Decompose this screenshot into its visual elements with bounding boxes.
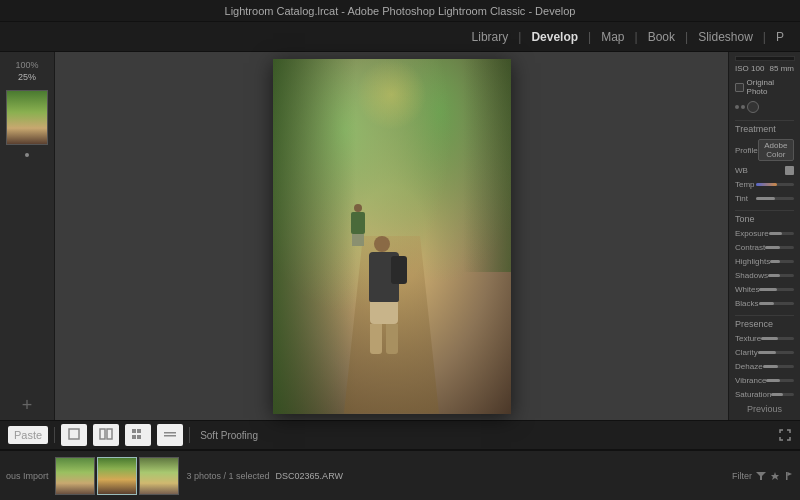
file-label[interactable]: DSC02365.ARW bbox=[276, 471, 343, 481]
exposure-label: Exposure bbox=[735, 229, 769, 238]
zoom-value: 25% bbox=[18, 72, 36, 82]
dehaze-row: Dehaze bbox=[735, 362, 794, 371]
grid-icon bbox=[163, 427, 177, 441]
clarity-row: Clarity bbox=[735, 348, 794, 357]
profile-button[interactable]: Adobe Color bbox=[758, 139, 794, 161]
vibrance-row: Vibrance bbox=[735, 376, 794, 385]
person-torso bbox=[369, 252, 399, 302]
filter-label: Filter bbox=[732, 471, 752, 481]
svg-rect-20 bbox=[107, 429, 112, 439]
svg-rect-21 bbox=[132, 429, 136, 433]
clarity-slider[interactable] bbox=[758, 351, 794, 354]
focal-length: 85 mm bbox=[770, 64, 794, 73]
nav-slideshow[interactable]: Slideshow bbox=[692, 28, 759, 46]
whites-slider[interactable] bbox=[759, 288, 794, 291]
svg-rect-26 bbox=[164, 435, 176, 437]
loupe-view-btn[interactable] bbox=[61, 424, 87, 446]
add-panel-btn[interactable]: + bbox=[22, 395, 33, 416]
whites-row: Whites bbox=[735, 285, 794, 294]
foliage-overlay-left bbox=[273, 59, 356, 414]
light-overlay bbox=[356, 59, 427, 130]
treatment-title: Treatment bbox=[735, 120, 794, 134]
nav-library[interactable]: Library bbox=[466, 28, 515, 46]
survey-view-btn[interactable] bbox=[125, 424, 151, 446]
tone-title: Tone bbox=[735, 210, 794, 224]
texture-slider[interactable] bbox=[761, 337, 794, 340]
filter-icon[interactable] bbox=[756, 471, 766, 481]
exposure-slider[interactable] bbox=[769, 232, 794, 235]
mini-circle-btn[interactable] bbox=[747, 101, 759, 113]
right-panel: ISO 100 85 mm Original Photo Treatment P… bbox=[728, 52, 800, 420]
film-thumb-3[interactable] bbox=[139, 457, 179, 495]
blacks-label: Blacks bbox=[735, 299, 759, 308]
svg-rect-22 bbox=[137, 429, 141, 433]
profile-label: Profile bbox=[735, 146, 758, 155]
left-thumbnail[interactable] bbox=[6, 90, 48, 145]
wb-icon[interactable] bbox=[785, 166, 794, 175]
wb-label: WB bbox=[735, 166, 748, 175]
filter-area: Filter bbox=[732, 471, 794, 481]
title-bar: Lightroom Catalog.lrcat - Adobe Photosho… bbox=[0, 0, 800, 22]
blacks-slider[interactable] bbox=[759, 302, 794, 305]
toolbar-separator-1 bbox=[54, 427, 55, 443]
vibrance-slider[interactable] bbox=[766, 379, 794, 382]
zoom-controls: 100% 25% bbox=[13, 56, 40, 86]
tint-row: Tint bbox=[735, 194, 794, 203]
nav-print[interactable]: P bbox=[770, 28, 790, 46]
saturation-slider[interactable] bbox=[771, 393, 794, 396]
temp-slider[interactable] bbox=[756, 183, 794, 186]
nav-sep-2: | bbox=[588, 30, 591, 44]
profile-row: Profile Adobe Color bbox=[735, 139, 794, 161]
backpack bbox=[391, 256, 407, 284]
photo-container bbox=[273, 59, 511, 414]
iso-info: ISO 100 85 mm bbox=[735, 64, 794, 73]
paste-button[interactable]: Paste bbox=[8, 426, 48, 444]
contrast-slider[interactable] bbox=[765, 246, 794, 249]
previous-button[interactable]: Previous bbox=[735, 402, 794, 416]
nav-book[interactable]: Book bbox=[642, 28, 681, 46]
wb-controls bbox=[785, 166, 794, 175]
shadows-slider[interactable] bbox=[768, 274, 794, 277]
temp-label: Temp bbox=[735, 180, 755, 189]
presence-title: Presence bbox=[735, 315, 794, 329]
selection-info: 3 photos / 1 selected bbox=[187, 471, 270, 481]
compare-view-btn[interactable] bbox=[93, 424, 119, 446]
dots-row bbox=[735, 101, 794, 113]
grid-view-btn[interactable] bbox=[157, 424, 183, 446]
svg-rect-19 bbox=[100, 429, 105, 439]
highlights-row: Highlights bbox=[735, 257, 794, 266]
person-head bbox=[374, 236, 390, 252]
toolbar: Paste Soft Proofing bbox=[0, 420, 800, 450]
svg-rect-18 bbox=[69, 429, 79, 439]
survey-icon bbox=[131, 427, 145, 441]
star-icon[interactable] bbox=[770, 471, 780, 481]
soft-proofing-label: Soft Proofing bbox=[200, 430, 258, 441]
leg-right bbox=[386, 324, 398, 354]
saturation-label: Saturation bbox=[735, 390, 771, 399]
film-thumb-2[interactable] bbox=[97, 457, 137, 495]
wb-row: WB bbox=[735, 166, 794, 175]
nav-sep-5: | bbox=[763, 30, 766, 44]
dehaze-slider[interactable] bbox=[763, 365, 794, 368]
nav-sep-4: | bbox=[685, 30, 688, 44]
clarity-label: Clarity bbox=[735, 348, 758, 357]
zoom-label: 100% bbox=[15, 60, 38, 70]
flag-icon[interactable] bbox=[784, 471, 794, 481]
svg-rect-25 bbox=[164, 432, 176, 434]
original-photo-checkbox[interactable] bbox=[735, 83, 744, 92]
photo-display bbox=[273, 59, 511, 414]
highlights-label: Highlights bbox=[735, 257, 770, 266]
highlights-slider[interactable] bbox=[770, 260, 794, 263]
nav-develop[interactable]: Develop bbox=[525, 28, 584, 46]
loupe-icon bbox=[67, 427, 81, 441]
main-layout: 100% 25% + bbox=[0, 52, 800, 420]
contrast-row: Contrast bbox=[735, 243, 794, 252]
nav-map[interactable]: Map bbox=[595, 28, 630, 46]
film-thumb-1[interactable] bbox=[55, 457, 95, 495]
filmstrip: ous Import 3 photos / 1 selected DSC0236… bbox=[0, 450, 800, 500]
expand-icon[interactable] bbox=[778, 428, 792, 442]
tint-slider[interactable] bbox=[756, 197, 794, 200]
tint-label: Tint bbox=[735, 194, 748, 203]
mini-dot-2 bbox=[741, 105, 745, 109]
svg-rect-24 bbox=[137, 435, 141, 439]
